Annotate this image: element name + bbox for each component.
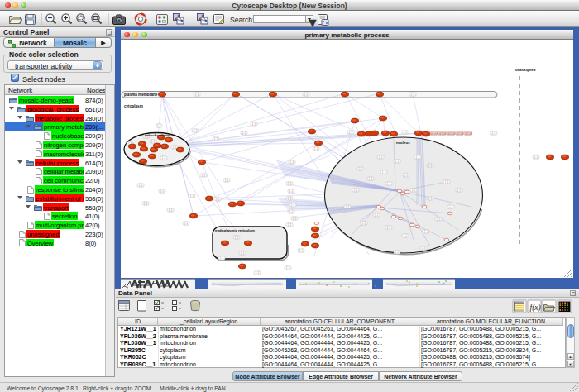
svg-text:GO:04: GO:04: [465, 132, 472, 136]
svg-text:[...]: [...]: [173, 146, 176, 149]
svg-text:[...]: [...]: [412, 189, 415, 192]
svg-text:[...]: [...]: [288, 182, 291, 185]
svg-text:endoplasmic reticulum: endoplasmic reticulum: [215, 228, 255, 232]
svg-text:[...]: [...]: [214, 137, 218, 141]
svg-text:[...]: [...]: [184, 222, 188, 225]
svg-text:[...]: [...]: [256, 271, 259, 275]
svg-text:[...]: [...]: [379, 155, 382, 159]
svg-text:[...]: [...]: [375, 213, 378, 217]
svg-text:[...]: [...]: [157, 124, 160, 127]
svg-text:[...]: [...]: [422, 246, 425, 250]
svg-text:[...]: [...]: [286, 266, 290, 270]
svg-text:[...]: [...]: [288, 197, 291, 200]
svg-text:[...]: [...]: [160, 189, 164, 193]
svg-text:plasma membrane: plasma membrane: [124, 93, 158, 97]
svg-text:[...]: [...]: [404, 234, 407, 237]
svg-text:mitochondrion: mitochondrion: [145, 133, 170, 137]
svg-text:[...]: [...]: [404, 174, 408, 177]
svg-text:GO:04: GO:04: [457, 132, 464, 136]
svg-text:[...]: [...]: [382, 170, 385, 174]
svg-text:[...]: [...]: [449, 205, 452, 208]
svg-text:unassigned: unassigned: [515, 68, 536, 72]
svg-text:[...]: [...]: [290, 160, 294, 164]
svg-text:[...]: [...]: [290, 210, 293, 213]
svg-text:[...]: [...]: [428, 164, 432, 167]
svg-text:[...]: [...]: [428, 197, 432, 200]
svg-text:[...]: [...]: [190, 194, 194, 198]
svg-text:nucleus: nucleus: [396, 141, 410, 145]
svg-text:GO:04: GO:04: [430, 132, 438, 136]
svg-text:[...]: [...]: [151, 140, 155, 143]
svg-text:cytoplasm: cytoplasm: [124, 104, 143, 108]
svg-text:[...]: [...]: [252, 122, 256, 126]
svg-text:[...]: [...]: [445, 180, 448, 184]
svg-text:[...]: [...]: [139, 184, 142, 187]
svg-text:[...]: [...]: [346, 205, 349, 208]
svg-text:[...]: [...]: [404, 131, 407, 134]
svg-text:[...]: [...]: [241, 251, 244, 255]
svg-text:[...]: [...]: [225, 179, 228, 182]
svg-text:[...]: [...]: [395, 160, 399, 163]
svg-text:[...]: [...]: [359, 167, 362, 170]
svg-text:[...]: [...]: [387, 182, 390, 185]
svg-text:[...]: [...]: [202, 174, 205, 177]
svg-text:[...]: [...]: [220, 256, 223, 260]
svg-text:[...]: [...]: [314, 147, 318, 151]
svg-text:[...]: [...]: [411, 93, 414, 96]
svg-text:[...]: [...]: [369, 177, 372, 180]
svg-text:[...]: [...]: [194, 129, 197, 132]
svg-text:[...]: [...]: [144, 202, 147, 205]
svg-text:[...]: [...]: [424, 230, 428, 233]
svg-text:GO:04: GO:04: [439, 132, 447, 136]
svg-text:[...]: [...]: [216, 198, 219, 201]
svg-text:[...]: [...]: [291, 203, 294, 207]
svg-text:[...]: [...]: [362, 222, 366, 225]
svg-text:[...]: [...]: [169, 208, 172, 212]
svg-text:[...]: [...]: [387, 226, 390, 229]
svg-text:[...]: [...]: [492, 131, 495, 135]
svg-text:[...]: [...]: [195, 93, 199, 96]
svg-text:[...]: [...]: [162, 156, 165, 160]
svg-text:[...]: [...]: [304, 93, 308, 96]
svg-text:[...]: [...]: [293, 217, 296, 220]
svg-text:[...]: [...]: [437, 218, 440, 221]
svg-text:[...]: [...]: [534, 155, 538, 159]
svg-text:[...]: [...]: [290, 189, 293, 193]
svg-text:[...]: [...]: [235, 236, 238, 239]
svg-text:[...]: [...]: [416, 155, 419, 159]
svg-text:f(x): f(x): [530, 304, 541, 313]
svg-text:[...]: [...]: [457, 189, 461, 192]
svg-text:GO:04: GO:04: [447, 132, 455, 136]
svg-text:[...]: [...]: [354, 189, 357, 192]
svg-text:[...]: [...]: [242, 131, 246, 135]
svg-text:[...]: [...]: [349, 131, 352, 134]
svg-text:[...]: [...]: [299, 249, 303, 252]
svg-text:[...]: [...]: [395, 251, 399, 254]
svg-text:[...]: [...]: [288, 223, 291, 227]
